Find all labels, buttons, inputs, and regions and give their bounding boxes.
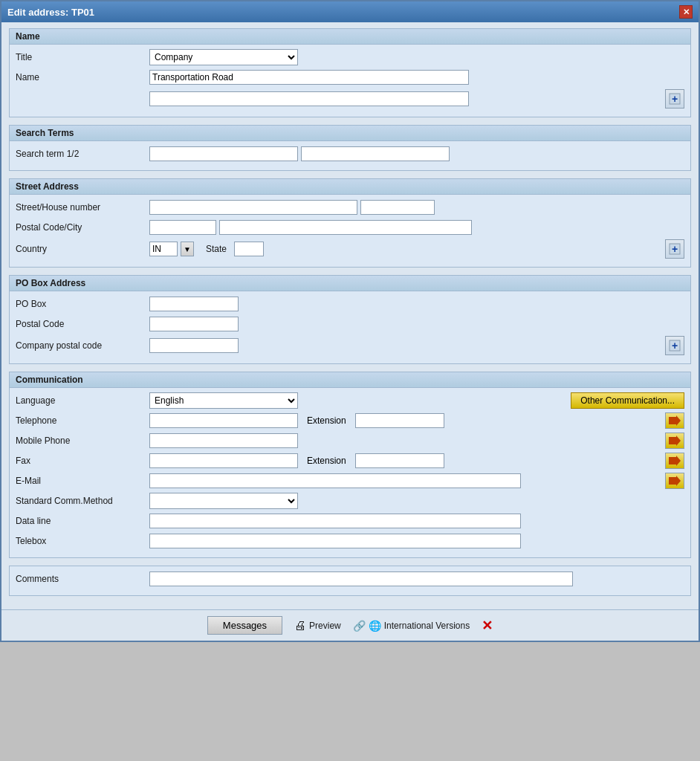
- house-number-input[interactable]: [360, 200, 435, 215]
- title-bar: Edit address: TP01 ✕: [1, 1, 699, 22]
- comments-input[interactable]: [149, 571, 573, 586]
- street-fields: [149, 200, 684, 215]
- po-box-input[interactable]: [149, 297, 239, 311]
- po-add-icon: +: [668, 339, 681, 352]
- name2-input[interactable]: [149, 91, 469, 106]
- footer-close-button[interactable]: ✕: [482, 618, 493, 634]
- fax-arrow-btn-area: [665, 453, 684, 469]
- search-term2-input[interactable]: [301, 146, 450, 161]
- email-navigate-button[interactable]: [665, 473, 684, 489]
- po-box-fields: [149, 297, 684, 311]
- mobile-arrow-btn-area: [665, 433, 684, 449]
- name-section-header: Name: [10, 29, 690, 45]
- title-fields: Company Mr. Ms. Dr.: [149, 49, 684, 65]
- state-input[interactable]: [234, 242, 264, 256]
- country-input[interactable]: [149, 242, 178, 256]
- svg-text:+: +: [672, 93, 678, 105]
- street-input[interactable]: [149, 200, 357, 215]
- search-term-row: Search term 1/2: [16, 146, 684, 162]
- name-row: Name: [16, 69, 684, 85]
- fax-navigate-button[interactable]: [665, 453, 684, 469]
- comments-section: Comments: [9, 566, 691, 596]
- arrow-right-icon: [669, 415, 681, 426]
- country-dropdown-button[interactable]: ▼: [181, 242, 194, 256]
- std-comm-row: Standard Comm.Method Telephone Fax E-Mai…: [16, 493, 684, 509]
- name-input[interactable]: [149, 70, 469, 85]
- name-add-button[interactable]: +: [665, 89, 684, 109]
- svg-marker-7: [669, 435, 681, 446]
- po-add-button[interactable]: +: [665, 336, 684, 355]
- telebox-row: Telebox: [16, 533, 684, 549]
- mobile-label: Mobile Phone: [16, 435, 149, 446]
- telebox-input[interactable]: [149, 534, 521, 548]
- messages-button[interactable]: Messages: [207, 616, 282, 635]
- mobile-arrow-icon: [669, 435, 681, 446]
- globe-icon: 🌐: [369, 620, 381, 632]
- window-title: Edit address: TP01: [7, 7, 94, 18]
- po-postal-label: Postal Code: [16, 319, 149, 329]
- mobile-input[interactable]: [149, 433, 298, 448]
- country-add-button[interactable]: +: [665, 239, 684, 259]
- communication-header: Communication: [10, 372, 690, 388]
- other-communication-button[interactable]: Other Communication...: [571, 392, 684, 409]
- mobile-fields: [149, 433, 665, 448]
- close-button[interactable]: ✕: [679, 5, 693, 19]
- preview-button[interactable]: 🖨 Preview: [294, 619, 341, 632]
- search-term-fields: [149, 146, 684, 161]
- search-term1-input[interactable]: [149, 146, 298, 161]
- communication-content: Language English German French Spanish O…: [10, 388, 690, 557]
- svg-marker-8: [669, 456, 681, 466]
- telephone-row: Telephone Extension: [16, 412, 684, 429]
- std-comm-fields: Telephone Fax E-Mail: [149, 493, 684, 509]
- postal-code-input[interactable]: [149, 220, 216, 235]
- telephone-input[interactable]: [149, 413, 298, 428]
- communication-section: Communication Language English German Fr…: [9, 372, 691, 558]
- telephone-navigate-button[interactable]: [665, 412, 684, 429]
- po-add-btn-area: +: [665, 336, 684, 355]
- po-box-content: PO Box Postal Code Company postal code: [10, 291, 690, 363]
- language-fields: English German French Spanish: [149, 392, 417, 409]
- data-line-row: Data line: [16, 513, 684, 529]
- po-postal-input[interactable]: [149, 317, 239, 331]
- postal-label: Postal Code/City: [16, 222, 149, 233]
- postal-fields: [149, 220, 684, 235]
- name-section: Name Title Company Mr. Ms. Dr. Name: [9, 28, 691, 117]
- country-add-btn-area: +: [665, 239, 684, 259]
- name-add-btn-area: +: [665, 89, 684, 109]
- comments-content: Comments: [10, 566, 690, 595]
- tel-extension-input[interactable]: [355, 413, 444, 428]
- fax-extension-input[interactable]: [355, 453, 444, 468]
- fax-input[interactable]: [149, 453, 298, 468]
- language-select[interactable]: English German French Spanish: [149, 392, 298, 409]
- company-postal-input[interactable]: [149, 338, 239, 353]
- email-input[interactable]: [149, 473, 521, 488]
- mobile-row: Mobile Phone: [16, 433, 684, 449]
- data-line-label: Data line: [16, 516, 149, 526]
- data-line-input[interactable]: [149, 514, 521, 528]
- international-versions-button[interactable]: 🔗 🌐 International Versions: [353, 620, 470, 632]
- telebox-label: Telebox: [16, 536, 149, 546]
- fax-label: Fax: [16, 456, 149, 466]
- fax-row: Fax Extension: [16, 453, 684, 469]
- email-arrow-icon: [669, 476, 681, 486]
- title-select[interactable]: Company Mr. Ms. Dr.: [149, 49, 298, 65]
- name-section-content: Title Company Mr. Ms. Dr. Name: [10, 45, 690, 117]
- country-row: Country ▼ State +: [16, 239, 684, 259]
- email-arrow-btn-area: [665, 473, 684, 489]
- footer-bar: Messages 🖨 Preview 🔗 🌐 International Ver…: [1, 609, 699, 641]
- email-label: E-Mail: [16, 476, 149, 486]
- state-label: State: [206, 244, 227, 254]
- po-box-label: PO Box: [16, 299, 149, 309]
- company-postal-fields: [149, 338, 665, 353]
- city-input[interactable]: [219, 220, 472, 235]
- search-terms-header: Search Terms: [10, 126, 690, 141]
- title-row: Title Company Mr. Ms. Dr.: [16, 49, 684, 65]
- language-label: Language: [16, 395, 149, 406]
- fax-fields: Extension: [149, 453, 665, 468]
- intl-versions-label: International Versions: [384, 621, 470, 631]
- po-postal-fields: [149, 317, 684, 331]
- email-row: E-Mail: [16, 473, 684, 489]
- printer-icon: 🖨: [294, 619, 306, 632]
- std-comm-select[interactable]: Telephone Fax E-Mail: [149, 493, 298, 509]
- mobile-navigate-button[interactable]: [665, 433, 684, 449]
